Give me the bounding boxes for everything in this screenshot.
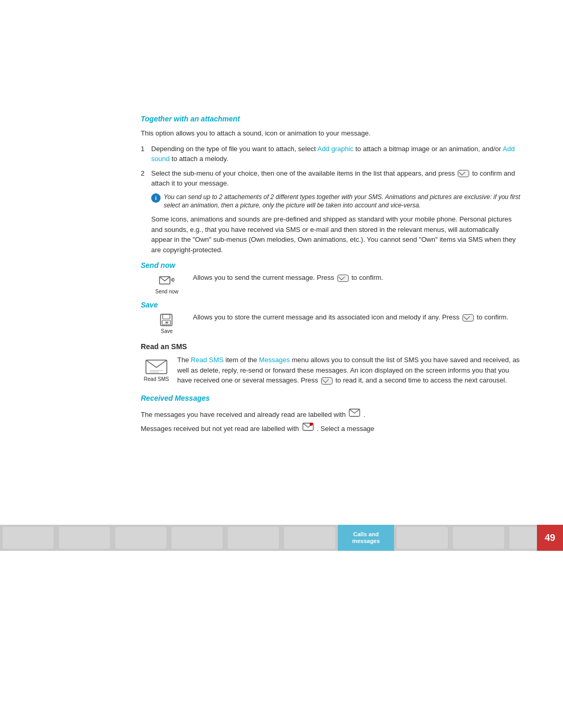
- save-heading: Save: [141, 301, 193, 309]
- save-svg: [157, 311, 176, 328]
- nav-tab-1[interactable]: [0, 525, 56, 551]
- read-sms-svg: [143, 355, 169, 376]
- nav-tab-3-inner: [115, 527, 166, 549]
- nav-tab-1-inner: [3, 527, 53, 549]
- read-message-icon: [349, 408, 360, 417]
- read-sms-section: Read an SMS Read SMS The Read SMS item o…: [141, 342, 521, 386]
- nav-tab-6[interactable]: [282, 525, 338, 551]
- nav-tab-2-inner: [59, 527, 109, 549]
- send-now-icon: [157, 272, 176, 288]
- nav-tab-active-label: Calls andmessages: [352, 531, 380, 545]
- confirm-icon: [337, 275, 349, 282]
- nav-tab-active-content: Calls andmessages: [350, 525, 382, 551]
- send-now-description: Allows you to send the current message. …: [193, 261, 521, 283]
- messages-link: Messages: [259, 356, 290, 364]
- read-sms-icon-col: Read SMS: [141, 355, 172, 382]
- save-icon: [157, 311, 176, 328]
- read-sms-heading: Read an SMS: [141, 342, 521, 351]
- send-now-label-col: Send now Send now: [141, 261, 193, 294]
- list-item-text: Select the sub-menu of your choice, then…: [151, 168, 521, 189]
- received-messages-heading: Received Messages: [141, 394, 521, 402]
- nav-tab-calls-messages[interactable]: Calls andmessages: [338, 525, 394, 551]
- save-section: Save: [141, 301, 521, 334]
- send-now-svg: [157, 272, 176, 288]
- send-now-icon-area: Send now: [141, 272, 193, 294]
- bottom-nav: Calls andmessages: [0, 525, 563, 551]
- nav-tab-8[interactable]: [394, 525, 450, 551]
- save-icon-label: Save: [161, 328, 173, 334]
- read-sms-description: The Read SMS item of the Messages menu a…: [177, 355, 521, 386]
- confirm-icon: [462, 314, 474, 322]
- nav-tab-9[interactable]: [450, 525, 507, 551]
- list-item-text: Depending on the type of file you want t…: [151, 144, 521, 164]
- svg-point-13: [310, 423, 313, 426]
- svg-rect-2: [163, 314, 170, 319]
- list-num: 2: [141, 168, 151, 189]
- together-attachment-body: Some icons, animations and sounds are pr…: [151, 214, 521, 255]
- together-attachment-heading: Together with an attachment: [141, 115, 521, 123]
- nav-tabs: Calls andmessages: [0, 525, 563, 551]
- save-icon-area: Save: [141, 311, 193, 334]
- nav-tab-5[interactable]: [225, 525, 282, 551]
- list-num: 1: [141, 144, 151, 164]
- nav-tab-4[interactable]: [169, 525, 225, 551]
- unread-message-icon: [302, 422, 314, 431]
- save-label-col: Save: [141, 301, 193, 334]
- content-area: Together with an attachment This option …: [0, 0, 563, 465]
- nav-tab-2[interactable]: [56, 525, 113, 551]
- received-section: Received Messages The messages you have …: [141, 394, 521, 434]
- nav-tab-6-inner: [284, 527, 335, 549]
- page-number-badge: 49: [537, 525, 563, 551]
- received-messages-body: The messages you have received and alrea…: [141, 408, 521, 434]
- confirm-icon: [458, 170, 469, 177]
- confirm-icon: [321, 377, 333, 385]
- list-item: 1 Depending on the type of file you want…: [141, 144, 521, 164]
- page: Together with an attachment This option …: [0, 0, 563, 728]
- read-sms-body: Read SMS The Read SMS item of the Messag…: [141, 355, 521, 386]
- send-now-icon-label: Send now: [155, 289, 178, 294]
- nav-tab-5-inner: [228, 527, 278, 549]
- read-sms-link: Read SMS: [191, 356, 224, 364]
- info-text: You can send up to 2 attachements of 2 d…: [164, 193, 521, 211]
- list-item: 2 Select the sub-menu of your choice, th…: [141, 168, 521, 189]
- numbered-list: 1 Depending on the type of file you want…: [141, 144, 521, 211]
- info-box: i You can send up to 2 attachements of 2…: [151, 193, 521, 211]
- nav-tab-3[interactable]: [113, 525, 169, 551]
- info-icon: i: [151, 193, 161, 203]
- nav-tab-4-inner: [172, 527, 222, 549]
- send-now-heading: Send now: [141, 261, 193, 269]
- save-description: Allows you to store the current message …: [193, 301, 521, 323]
- add-graphic-link: Add graphic: [317, 145, 353, 153]
- together-attachment-intro: This option allows you to attach a sound…: [141, 128, 521, 139]
- read-sms-icon-label: Read SMS: [144, 376, 169, 382]
- nav-tab-9-inner: [453, 527, 504, 549]
- send-now-section: Send now Send now: [141, 261, 521, 294]
- nav-tab-8-inner: [397, 527, 447, 549]
